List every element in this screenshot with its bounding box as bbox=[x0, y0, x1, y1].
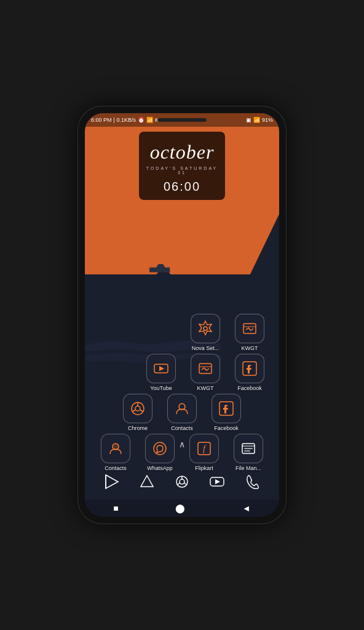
app-nova-settings[interactable]: Nova Set... bbox=[184, 314, 226, 351]
phone-notch bbox=[157, 118, 207, 122]
nav-back-button[interactable]: ◄ bbox=[242, 503, 251, 513]
svg-marker-25 bbox=[141, 476, 153, 487]
svg-point-17 bbox=[154, 442, 166, 455]
clock-widget[interactable]: october TODAY'S SATURDAY 31 06:00 bbox=[139, 132, 225, 200]
nav-home-button[interactable]: ⬤ bbox=[175, 503, 185, 513]
dock-phone[interactable] bbox=[239, 468, 266, 495]
app-row-3: Chrome Contacts bbox=[91, 394, 273, 431]
facebook-icon-1[interactable] bbox=[235, 354, 264, 383]
app-row-2: YouTube KWGT bbox=[91, 354, 271, 391]
phone-screen: 6:00 PM | 0.1KB/s ⏰ 📶 K ▣ 📶 91% october … bbox=[85, 113, 279, 517]
app-youtube[interactable]: YouTube bbox=[140, 354, 182, 391]
kwgt-label-1: KWGT bbox=[242, 345, 258, 351]
dock-playstore[interactable] bbox=[98, 468, 125, 495]
app-chrome[interactable]: Chrome bbox=[117, 394, 159, 431]
nav-bar: ■ ⬤ ◄ bbox=[85, 500, 279, 517]
nova-settings-icon[interactable] bbox=[191, 314, 220, 343]
app-kwgt-1[interactable]: KWGT bbox=[229, 314, 271, 351]
svg-line-12 bbox=[140, 410, 143, 412]
app-facebook-1[interactable]: Facebook bbox=[229, 354, 271, 391]
status-time: 6:00 PM bbox=[91, 117, 112, 123]
contacts-icon-2[interactable] bbox=[101, 434, 130, 463]
app-facebook-2[interactable]: Facebook bbox=[205, 394, 247, 431]
svg-line-30 bbox=[177, 483, 180, 485]
status-left: 6:00 PM | 0.1KB/s ⏰ 📶 K bbox=[91, 117, 159, 123]
svg-line-13 bbox=[132, 410, 135, 412]
dock-youtube[interactable] bbox=[204, 468, 231, 495]
facebook-icon-2[interactable] bbox=[212, 394, 241, 423]
kwgt-label-2: KWGT bbox=[197, 385, 214, 391]
status-alarm-icon: ⏰ bbox=[138, 117, 144, 123]
widget-month: october bbox=[145, 141, 219, 164]
chrome-label: Chrome bbox=[128, 425, 148, 431]
status-sim-icon: 📶 bbox=[146, 117, 153, 123]
svg-marker-5 bbox=[159, 366, 164, 371]
status-signal-icon: 📶 bbox=[253, 117, 260, 123]
file-manager-icon[interactable] bbox=[234, 434, 263, 463]
dock bbox=[85, 465, 279, 498]
svg-rect-22 bbox=[244, 450, 250, 452]
dock-drive[interactable] bbox=[133, 468, 160, 495]
svg-text:f: f bbox=[203, 444, 207, 453]
kwgt-icon-2[interactable] bbox=[191, 354, 220, 383]
svg-point-27 bbox=[180, 479, 184, 484]
youtube-label: YouTube bbox=[150, 385, 172, 391]
svg-line-29 bbox=[184, 483, 187, 485]
nav-recents-button[interactable]: ■ bbox=[113, 503, 118, 513]
svg-point-10 bbox=[135, 406, 140, 411]
app-contacts-1[interactable]: Contacts bbox=[161, 394, 203, 431]
svg-marker-32 bbox=[215, 479, 220, 484]
svg-point-1 bbox=[204, 327, 207, 330]
svg-marker-0 bbox=[199, 321, 212, 335]
app-kwgt-2[interactable]: KWGT bbox=[184, 354, 226, 391]
status-network: | 0.1KB/s bbox=[114, 117, 136, 123]
contacts-label-1: Contacts bbox=[171, 425, 193, 431]
youtube-icon[interactable] bbox=[146, 354, 176, 383]
contacts-icon-1[interactable] bbox=[167, 394, 197, 423]
status-photo-icon: ▣ bbox=[246, 117, 251, 123]
kwgt-icon-1[interactable] bbox=[235, 314, 264, 343]
whatsapp-icon[interactable] bbox=[145, 434, 175, 463]
svg-rect-21 bbox=[244, 448, 253, 449]
app-row-1: Nova Set... KWGT bbox=[91, 314, 271, 351]
status-right: ▣ 📶 91% bbox=[246, 117, 273, 123]
app-grid: Nova Set... KWGT bbox=[85, 314, 279, 474]
nova-settings-label: Nova Set... bbox=[192, 345, 220, 351]
status-battery: 91% bbox=[262, 117, 273, 123]
app-drawer-handle[interactable]: ∧ bbox=[179, 439, 185, 449]
facebook-label-1: Facebook bbox=[237, 385, 262, 391]
dock-chrome[interactable] bbox=[168, 468, 196, 495]
widget-date-label: TODAY'S SATURDAY 31 bbox=[145, 166, 219, 175]
widget-time: 06:00 bbox=[145, 180, 219, 194]
flipkart-icon[interactable]: f bbox=[189, 434, 219, 463]
facebook-label-2: Facebook bbox=[214, 425, 239, 431]
phone-frame: 6:00 PM | 0.1KB/s ⏰ 📶 K ▣ 📶 91% october … bbox=[77, 106, 287, 524]
svg-marker-23 bbox=[106, 475, 118, 488]
chrome-icon[interactable] bbox=[123, 394, 152, 423]
